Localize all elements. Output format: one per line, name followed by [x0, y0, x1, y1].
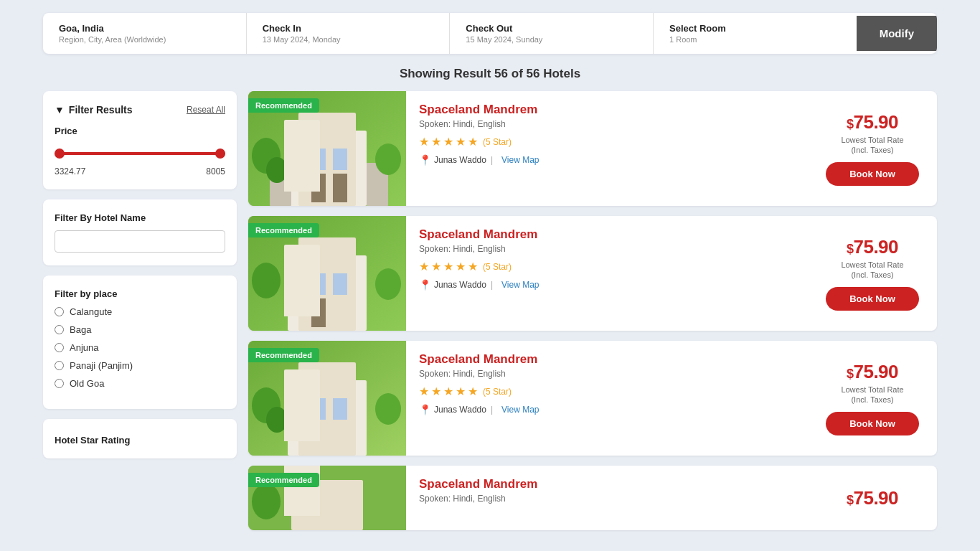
- svg-rect-15: [311, 273, 326, 295]
- stars-row-1: ★ ★ ★ ★ ★ (5 Star): [419, 135, 795, 149]
- view-map-link-2[interactable]: View Map: [501, 280, 539, 290]
- recommended-badge: Recommended: [248, 98, 319, 113]
- book-now-button-3[interactable]: Book Now: [826, 412, 919, 435]
- price-filter: Price 3324.77 8005: [55, 126, 225, 176]
- checkout-date: 15 May 2024, Sunday: [466, 35, 637, 44]
- star-label-2: (5 Star): [483, 262, 512, 272]
- star-1: ★: [419, 135, 429, 149]
- hotel-name-input[interactable]: [55, 230, 225, 253]
- place-radio-calangute[interactable]: [55, 307, 64, 316]
- results-heading: Showing Result 56 of 56 Hotels: [0, 67, 980, 81]
- hotel-list: Recommended: [248, 91, 937, 530]
- svg-point-18: [252, 263, 281, 298]
- place-option-anjuna[interactable]: Anjuna: [55, 342, 225, 353]
- place-name-anjuna: Anjuna: [70, 342, 98, 353]
- place-name-old-goa: Old Goa: [70, 378, 104, 389]
- book-now-button-1[interactable]: Book Now: [826, 162, 919, 186]
- hotel-name-4: Spaceland Mandrem: [419, 477, 795, 491]
- price-value-4: 75.90: [853, 487, 898, 509]
- pipe-1: |: [491, 155, 493, 165]
- price-amount-4: $75.90: [847, 487, 898, 509]
- star-3-5: ★: [468, 385, 478, 398]
- hotel-image-2: Recommended: [248, 216, 406, 331]
- place-filter-label: Filter by place: [55, 288, 225, 299]
- filter-title: ▼ Filter Results: [55, 104, 133, 116]
- checkout-label: Check Out: [466, 23, 637, 34]
- hotel-name-1: Spaceland Mandrem: [419, 103, 795, 117]
- svg-rect-17: [311, 298, 326, 327]
- svg-point-29: [252, 484, 281, 519]
- price-slider[interactable]: [55, 146, 225, 161]
- location-segment[interactable]: Goa, India Region, City, Area (Worldwide…: [43, 13, 247, 54]
- price-col-1: $75.90 Lowest Total Rate(Incl. Taxes) Bo…: [808, 91, 937, 206]
- hotel-image-1: Recommended: [248, 91, 406, 206]
- star-rating-filter-card: Hotel Star Rating: [43, 419, 237, 458]
- svg-rect-6: [333, 174, 347, 202]
- pipe-2: |: [491, 280, 493, 290]
- recommended-badge-3: Recommended: [248, 348, 319, 362]
- price-amount-1: $75.90: [847, 111, 898, 133]
- results-suffix: Hotels: [540, 67, 580, 80]
- filter-card: ▼ Filter Results Reseat All Price 3324.7…: [43, 91, 237, 189]
- price-col-2: $75.90 Lowest Total Rate(Incl. Taxes) Bo…: [808, 216, 937, 331]
- star-2-1: ★: [419, 260, 429, 273]
- hotel-info-1: Spaceland Mandrem Spoken: Hindi, English…: [406, 91, 808, 206]
- svg-point-27: [266, 407, 288, 433]
- slider-track: [55, 152, 225, 155]
- place-radio-panaji[interactable]: [55, 361, 64, 370]
- recommended-badge-2: Recommended: [248, 223, 319, 237]
- hotel-info-3: Spaceland Mandrem Spoken: Hindi, English…: [406, 341, 808, 456]
- star-2: ★: [431, 135, 441, 149]
- hotel-info-2: Spaceland Mandrem Spoken: Hindi, English…: [406, 216, 808, 331]
- recommended-badge-4: Recommended: [248, 473, 319, 487]
- star-2-3: ★: [443, 260, 453, 273]
- price-note-1: Lowest Total Rate(Incl. Taxes): [841, 135, 903, 156]
- star-2-2: ★: [431, 260, 441, 273]
- star-2-5: ★: [468, 260, 478, 273]
- view-map-link-3[interactable]: View Map: [501, 405, 539, 415]
- svg-rect-3: [311, 149, 326, 170]
- hotel-name-3: Spaceland Mandrem: [419, 352, 795, 367]
- view-map-link-1[interactable]: View Map: [501, 155, 539, 165]
- checkin-label: Check In: [263, 23, 434, 34]
- book-now-button-2[interactable]: Book Now: [826, 287, 919, 311]
- price-note-3: Lowest Total Rate(Incl. Taxes): [841, 385, 903, 405]
- hotel-card: Recommended: [248, 91, 937, 206]
- filter-title-text: Filter Results: [69, 104, 133, 116]
- location-row-3: 📍 Junas Waddo | View Map: [419, 404, 795, 415]
- place-radio-baga[interactable]: [55, 325, 64, 334]
- slider-thumb-max[interactable]: [215, 149, 225, 159]
- hotel-name-2: Spaceland Mandrem: [419, 227, 795, 242]
- place-radio-anjuna[interactable]: [55, 343, 64, 352]
- modify-button[interactable]: Modify: [857, 16, 937, 51]
- svg-point-26: [375, 393, 401, 425]
- location-row-1: 📍 Junas Waddo | View Map: [419, 154, 795, 166]
- star-3-4: ★: [456, 385, 466, 398]
- place-option-baga[interactable]: Baga: [55, 324, 225, 335]
- reset-all-button[interactable]: Reseat All: [187, 105, 225, 115]
- place-option-calangute[interactable]: Calangute: [55, 306, 225, 317]
- price-range-row: 3324.77 8005: [55, 166, 225, 176]
- slider-thumb-min[interactable]: [55, 149, 65, 159]
- location-name-1: Junas Waddo: [434, 155, 486, 165]
- checkout-segment[interactable]: Check Out 15 May 2024, Sunday: [450, 13, 654, 54]
- price-value-2: 75.90: [853, 236, 898, 258]
- price-min: 3324.77: [55, 166, 85, 176]
- search-bar: Goa, India Region, City, Area (Worldwide…: [43, 13, 937, 54]
- location-row-2: 📍 Junas Waddo | View Map: [419, 279, 795, 291]
- star-label-1: (5 Star): [483, 137, 512, 147]
- location-icon-3: 📍: [419, 404, 431, 415]
- rooms-segment[interactable]: Select Room 1 Room: [654, 13, 857, 54]
- results-count: 56 of 56: [494, 67, 540, 80]
- place-option-old-goa[interactable]: Old Goa: [55, 378, 225, 389]
- place-option-panaji[interactable]: Panaji (Panjim): [55, 360, 225, 371]
- svg-rect-5: [311, 174, 326, 202]
- location-sub: Region, City, Area (Worldwide): [59, 35, 230, 44]
- place-radio-old-goa[interactable]: [55, 379, 64, 388]
- hotel-info-4: Spaceland Mandrem Spoken: Hindi, English: [406, 466, 808, 530]
- filter-icon: ▼: [55, 104, 65, 116]
- price-note-2: Lowest Total Rate(Incl. Taxes): [841, 260, 903, 281]
- filter-header: ▼ Filter Results Reseat All: [55, 104, 225, 116]
- checkin-segment[interactable]: Check In 13 May 2024, Monday: [247, 13, 451, 54]
- svg-point-11: [266, 157, 288, 183]
